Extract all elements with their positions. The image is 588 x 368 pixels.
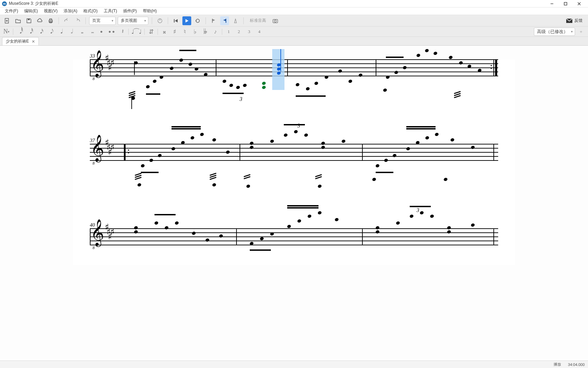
- menu-tools[interactable]: 工具(T): [101, 7, 120, 15]
- save-button[interactable]: [24, 16, 33, 25]
- zoom-select[interactable]: 页宽: [89, 17, 116, 25]
- document-tab[interactable]: 少女的祈祷E ✕: [2, 37, 39, 45]
- staff-system-2: 37 𝄞 8 ♯ ♯♯ ♯ 3: [90, 144, 498, 160]
- accidental-sharp[interactable]: ♯: [171, 28, 178, 36]
- open-button[interactable]: [14, 16, 22, 25]
- flag-out-icon: [222, 18, 227, 23]
- svg-rect-1: [564, 2, 567, 5]
- flip-button[interactable]: ⇵: [147, 28, 155, 36]
- duration-double-dot[interactable]: ● ●: [108, 28, 115, 36]
- accidental-flat[interactable]: ♭: [191, 28, 199, 36]
- staff[interactable]: 𝄞 8 ♯ ♯♯ ♯ 3: [90, 144, 498, 160]
- zoom-value: 页宽: [92, 18, 100, 24]
- concert-pitch-label: 标准音高: [247, 18, 269, 24]
- menu-edit[interactable]: 编辑(E): [21, 7, 40, 15]
- staff[interactable]: 𝄞 8 ♯ ♯♯ ♯: [90, 59, 498, 76]
- minimize-button[interactable]: [545, 0, 559, 7]
- menu-file[interactable]: 文件(F): [2, 7, 21, 15]
- metronome-button[interactable]: [156, 16, 164, 25]
- rewind-icon: [174, 18, 178, 23]
- key-signature: ♯ ♯♯ ♯: [105, 56, 114, 70]
- duration-dot[interactable]: ●: [98, 28, 105, 36]
- rest-button[interactable]: 𝄽: [118, 28, 126, 36]
- count-in-button[interactable]: [231, 16, 240, 25]
- svg-marker-15: [185, 19, 189, 22]
- layout-select[interactable]: 多页视图: [118, 17, 148, 25]
- duration-8th[interactable]: 𝅘𝅥𝅮: [47, 28, 54, 36]
- svg-marker-18: [213, 19, 215, 21]
- voice-3-button[interactable]: 3: [245, 28, 253, 36]
- menu-bar: 文件(F) 编辑(E) 视图(V) 添加(A) 格式(O) 工具(T) 插件(P…: [0, 7, 588, 15]
- svg-rect-17: [212, 19, 213, 23]
- tab-close-icon[interactable]: ✕: [32, 39, 35, 44]
- menu-format[interactable]: 格式(O): [81, 7, 100, 15]
- accidental-natural[interactable]: ♮: [181, 28, 189, 36]
- workspace-value: 高级（已修改）: [537, 29, 568, 35]
- duration-64th[interactable]: 𝅘𝅥𝅱: [16, 28, 23, 36]
- redo-icon: [75, 18, 80, 24]
- voice-1-button[interactable]: 1: [225, 28, 232, 36]
- tab-label: 少女的祈祷E: [6, 39, 29, 44]
- workspace-select[interactable]: 高级（已修改） ＋: [534, 27, 585, 36]
- loop-icon: [195, 18, 200, 24]
- feedback-button[interactable]: 反馈: [566, 18, 585, 24]
- svg-marker-20: [223, 19, 226, 21]
- voice-2-button[interactable]: 2: [235, 28, 243, 36]
- key-signature: ♯ ♯♯ ♯: [105, 225, 114, 239]
- flag-in-icon: [211, 18, 216, 23]
- maximize-icon: [564, 2, 567, 5]
- duration-breve[interactable]: 𝅜: [87, 28, 95, 36]
- image-capture-button[interactable]: [271, 16, 280, 25]
- menu-help[interactable]: 帮助(H): [140, 7, 160, 15]
- mail-icon: [566, 18, 572, 23]
- treble-clef-icon: 𝄞: [91, 55, 104, 72]
- undo-button[interactable]: [62, 16, 71, 25]
- maximize-button[interactable]: [559, 0, 572, 7]
- print-icon: [48, 18, 53, 24]
- svg-rect-19: [226, 19, 226, 23]
- loop-button[interactable]: [193, 16, 202, 25]
- loop-out-button[interactable]: [220, 16, 229, 25]
- metronome-icon: [157, 18, 163, 24]
- metronome2-icon: [233, 18, 238, 24]
- tuplet-number: 3: [297, 123, 300, 129]
- treble-clef-icon: 𝄞: [91, 140, 104, 156]
- new-score-button[interactable]: [3, 16, 12, 25]
- loop-in-button[interactable]: [209, 16, 218, 25]
- accidental-double-flat[interactable]: 𝄫: [201, 28, 209, 36]
- menu-add[interactable]: 添加(A): [61, 7, 80, 15]
- clef-octave-marker: 8: [93, 76, 95, 81]
- duration-whole[interactable]: 𝅝: [77, 28, 85, 36]
- file-plus-icon: [4, 18, 10, 24]
- feedback-label: 反馈: [574, 18, 583, 24]
- duration-16th[interactable]: 𝅘𝅥𝅯: [36, 28, 44, 36]
- svg-rect-13: [174, 19, 175, 22]
- workspace-add-button[interactable]: ＋: [576, 27, 585, 36]
- rewind-button[interactable]: [172, 16, 180, 25]
- grace-note-button[interactable]: 𝆔: [212, 28, 219, 36]
- svg-rect-9: [50, 19, 52, 20]
- duration-32nd[interactable]: 𝅘𝅥𝅰: [26, 28, 34, 36]
- svg-point-22: [274, 20, 276, 22]
- close-button[interactable]: [572, 0, 586, 7]
- accidental-double-sharp[interactable]: 𝄪: [161, 28, 168, 36]
- selected-note[interactable]: [262, 81, 266, 85]
- save-online-button[interactable]: [35, 16, 44, 25]
- duration-quarter[interactable]: 𝅘𝅥: [57, 28, 64, 36]
- note-input-mode-button[interactable]: N▾: [3, 28, 10, 36]
- duration-half[interactable]: 𝅗𝅥: [67, 28, 75, 36]
- menu-plugins[interactable]: 插件(P): [120, 7, 140, 15]
- voice-4-button[interactable]: 4: [256, 28, 263, 36]
- folder-icon: [15, 18, 21, 24]
- play-button[interactable]: [182, 16, 191, 25]
- print-button[interactable]: [46, 16, 55, 25]
- save-icon: [26, 18, 32, 24]
- redo-button[interactable]: [73, 16, 82, 25]
- staff[interactable]: 𝄞 8 ♯ ♯♯ ♯ 3: [90, 228, 498, 245]
- menu-view[interactable]: 视图(V): [41, 7, 60, 15]
- score-view[interactable]: 33 𝄞 8 ♯ ♯♯ ♯: [0, 46, 588, 361]
- score-page: 33 𝄞 8 ♯ ♯♯ ♯: [73, 59, 515, 265]
- status-bar: 播放 34:04.000: [0, 361, 588, 368]
- svg-marker-14: [175, 19, 178, 22]
- tie-button[interactable]: ♩⁀♩: [131, 28, 142, 36]
